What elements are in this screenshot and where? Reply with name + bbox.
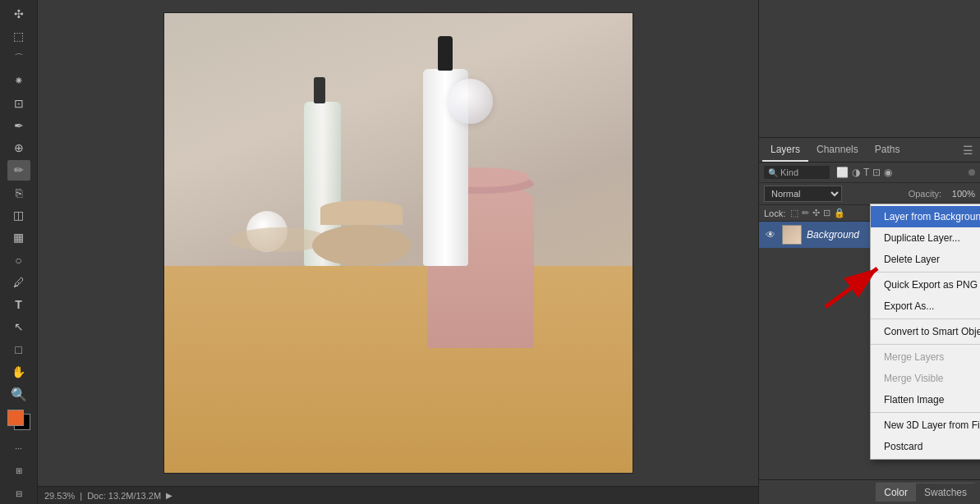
crop-tool[interactable]: ⊡ xyxy=(7,93,30,113)
status-arrow[interactable]: ▶ xyxy=(166,491,173,500)
right-panel: Layers Channels Paths ☰ 🔍 Kind ⬜ ◑ T ⊡ ◉… xyxy=(758,0,980,504)
tab-layers[interactable]: Layers xyxy=(762,139,808,162)
context-duplicate-layer[interactable]: Duplicate Layer... xyxy=(871,227,980,249)
context-menu: Layer from Background... Duplicate Layer… xyxy=(870,204,980,460)
opacity-value[interactable]: 100% xyxy=(946,189,975,199)
lasso-tool[interactable]: ⌒ xyxy=(7,48,30,69)
canvas-area: 29.53% | Doc: 13.2M/13.2M ▶ xyxy=(38,0,758,504)
canvas-image[interactable] xyxy=(164,13,633,473)
filter-icons: ⬜ ◑ T ⊡ ◉ xyxy=(836,167,892,178)
tab-color[interactable]: Color xyxy=(876,483,916,502)
left-toolbar: ✣ ⬚ ⌒ ⁕ ⊡ ✒ ⊕ ✏ ⎘ ◫ ▦ ○ 🖊 T ↖ □ ✋ 🔍 ··· … xyxy=(0,0,38,504)
brush-tool[interactable]: ✏ xyxy=(7,160,30,181)
status-separator: | xyxy=(80,491,82,501)
context-export-as[interactable]: Export As... xyxy=(871,296,980,317)
layer-visibility-toggle[interactable]: 👁 xyxy=(764,228,777,241)
more-tools[interactable]: ··· xyxy=(7,438,30,459)
clone-stamp-tool[interactable]: ⎘ xyxy=(7,182,30,203)
search-icon: 🔍 xyxy=(768,168,778,177)
quick-select-tool[interactable]: ⁕ xyxy=(7,71,30,91)
adjust-filter-icon[interactable]: ◑ xyxy=(852,167,860,178)
smart-filter-icon[interactable]: ◉ xyxy=(884,167,892,178)
layer-filter-row: 🔍 Kind ⬜ ◑ T ⊡ ◉ xyxy=(759,163,980,183)
lock-label: Lock: xyxy=(764,208,785,218)
zoom-level: 29.53% xyxy=(44,491,75,501)
heal-tool[interactable]: ⊕ xyxy=(7,138,30,158)
pixel-filter-icon[interactable]: ⬜ xyxy=(836,167,849,178)
select-rect-tool[interactable]: ⬚ xyxy=(7,25,30,46)
blend-mode-select[interactable]: Normal xyxy=(764,186,842,202)
foreground-color[interactable] xyxy=(7,410,24,426)
path-select-tool[interactable]: ↖ xyxy=(7,317,30,337)
tab-channels[interactable]: Channels xyxy=(808,139,867,162)
dodge-tool[interactable]: ○ xyxy=(7,250,30,270)
lock-artboard-icon[interactable]: ⊡ xyxy=(823,208,830,218)
panel-menu-icon[interactable]: ☰ xyxy=(959,140,977,160)
lock-move-icon[interactable]: ✣ xyxy=(812,208,820,218)
panel-tabs: Layers Channels Paths ☰ xyxy=(759,138,980,163)
filter-kind-label: Kind xyxy=(780,167,798,177)
context-sep-2 xyxy=(871,318,980,319)
pen-tool[interactable]: 🖊 xyxy=(7,272,30,292)
gradient-tool[interactable]: ▦ xyxy=(7,227,30,248)
context-delete-layer[interactable]: Delete Layer xyxy=(871,249,980,270)
status-bar: 29.53% | Doc: 13.2M/13.2M ▶ xyxy=(38,486,758,504)
blend-row: Normal Opacity: 100% xyxy=(759,183,980,205)
filter-search[interactable]: 🔍 Kind xyxy=(764,166,830,179)
extra-tool-2[interactable]: ⊟ xyxy=(7,483,30,504)
panel-bottom: Color Swatches xyxy=(759,479,980,504)
context-flatten-image[interactable]: Flatten Image xyxy=(871,389,980,410)
lock-brush-icon[interactable]: ✏ xyxy=(802,208,809,218)
tab-paths[interactable]: Paths xyxy=(867,139,909,162)
eyedropper-tool[interactable]: ✒ xyxy=(7,115,30,135)
context-new-3d-layer[interactable]: New 3D Layer from File... xyxy=(871,415,980,436)
opacity-label: Opacity: xyxy=(909,189,941,199)
layer-thumbnail xyxy=(782,225,802,245)
context-quick-export[interactable]: Quick Export as PNG xyxy=(871,274,980,296)
tab-swatches[interactable]: Swatches xyxy=(916,483,975,502)
type-filter-icon[interactable]: T xyxy=(863,167,869,178)
doc-info: Doc: 13.2M/13.2M xyxy=(87,491,161,501)
lock-checkerboard-icon[interactable]: ⬚ xyxy=(790,208,798,218)
lock-all-icon[interactable]: 🔒 xyxy=(834,208,845,218)
context-sep-1 xyxy=(871,272,980,273)
bottom-tabs: Color Swatches xyxy=(876,483,975,502)
canvas-container xyxy=(38,0,758,486)
layers-panel: Layers Channels Paths ☰ 🔍 Kind ⬜ ◑ T ⊡ ◉… xyxy=(759,138,980,479)
move-tool[interactable]: ✣ xyxy=(7,3,30,24)
filter-toggle-dot[interactable] xyxy=(968,169,975,176)
panel-top-empty xyxy=(759,0,980,138)
context-sep-4 xyxy=(871,412,980,413)
hand-tool[interactable]: ✋ xyxy=(7,361,30,382)
context-sep-3 xyxy=(871,344,980,345)
zoom-tool[interactable]: 🔍 xyxy=(7,384,30,405)
extra-tool-1[interactable]: ⊞ xyxy=(7,460,30,481)
text-tool[interactable]: T xyxy=(7,294,30,314)
context-convert-smart[interactable]: Convert to Smart Object xyxy=(871,321,980,342)
context-merge-layers: Merge Layers xyxy=(871,346,980,368)
color-swatch[interactable] xyxy=(7,410,30,430)
shape-tool[interactable]: □ xyxy=(7,339,30,360)
shape-filter-icon[interactable]: ⊡ xyxy=(872,167,881,178)
context-merge-visible: Merge Visible xyxy=(871,368,980,389)
lock-icons: ⬚ ✏ ✣ ⊡ 🔒 xyxy=(790,208,845,218)
context-layer-from-bg[interactable]: Layer from Background... xyxy=(871,206,980,227)
eraser-tool[interactable]: ◫ xyxy=(7,204,30,225)
context-postcard[interactable]: Postcard xyxy=(871,436,980,457)
